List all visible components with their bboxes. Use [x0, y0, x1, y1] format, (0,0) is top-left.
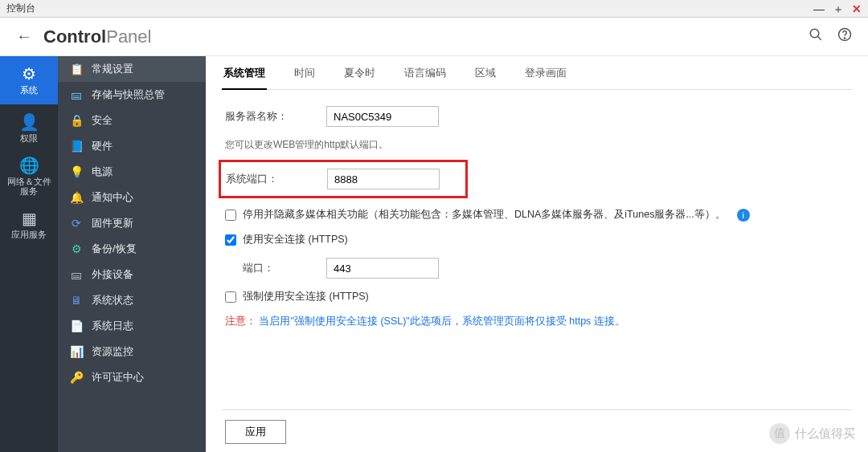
sidebar-icon: 🔑: [69, 370, 84, 385]
minimize-button[interactable]: —: [813, 3, 825, 14]
svg-point-0: [810, 29, 819, 38]
force-https-checkbox-row: 强制使用安全连接 (HTTPS): [225, 290, 849, 303]
nav-item-3[interactable]: ▦应用服务: [0, 201, 58, 249]
nav-icon: 👤: [19, 114, 39, 130]
sidebar-icon: 🔔: [69, 190, 84, 205]
sidebar-label: 硬件: [92, 139, 113, 153]
sidebar-item-10[interactable]: 📄系统日志: [58, 313, 206, 339]
highlighted-port-section: 系统端口：: [219, 160, 468, 198]
content-footer: 应用: [222, 409, 852, 444]
https-port-input[interactable]: [326, 258, 439, 279]
apply-button[interactable]: 应用: [225, 420, 286, 444]
tab-3[interactable]: 语言编码: [403, 66, 448, 89]
content-panel: 系统管理时间夏令时语言编码区域登录画面 服务器名称： 您可以更改WEB管理的ht…: [206, 56, 868, 452]
sidebar-label: 系统状态: [92, 293, 133, 307]
sidebar-icon: 💡: [69, 165, 84, 179]
sidebar-item-6[interactable]: ⟳固件更新: [58, 210, 206, 236]
sidebar-item-8[interactable]: 🖴外接设备: [58, 262, 206, 287]
https-checkbox[interactable]: [225, 234, 236, 246]
tab-bar: 系统管理时间夏令时语言编码区域登录画面: [222, 56, 852, 90]
svg-line-1: [817, 36, 821, 40]
server-name-row: 服务器名称：: [225, 106, 849, 127]
sidebar-icon: 📘: [69, 139, 84, 153]
settings-form: 服务器名称： 您可以更改WEB管理的http默认端口。 系统端口： 停用并隐藏多…: [222, 90, 852, 336]
notice-blue: 当启用"强制使用安全连接 (SSL)"此选项后，系统管理页面将仅接受 https…: [259, 316, 624, 327]
search-icon[interactable]: [809, 27, 823, 46]
sidebar-item-0[interactable]: 📋常规设置: [58, 56, 206, 82]
sidebar-icon: 🔒: [69, 113, 84, 128]
sidebar-item-2[interactable]: 🔒安全: [58, 108, 206, 133]
system-port-row: 系统端口：: [226, 169, 461, 189]
nav-label: 权限: [20, 133, 38, 143]
multimedia-checkbox[interactable]: [225, 210, 236, 221]
tab-5[interactable]: 登录画面: [523, 66, 568, 89]
nav-icon: 🌐: [19, 157, 39, 173]
notice-text: 注意： 当启用"强制使用安全连接 (SSL)"此选项后，系统管理页面将仅接受 h…: [225, 315, 849, 328]
secondary-sidebar: 📋常规设置🖴存储与快照总管🔒安全📘硬件💡电源🔔通知中心⟳固件更新⚙备份/恢复🖴外…: [58, 56, 206, 452]
sidebar-icon: 🖥: [69, 293, 84, 307]
brand-bold: Control: [43, 26, 106, 47]
close-button[interactable]: ✕: [852, 3, 862, 14]
nav-label: 网络＆文件 服务: [7, 177, 51, 196]
sidebar-item-12[interactable]: 🔑许可证中心: [58, 364, 206, 390]
sidebar-icon: ⚙: [69, 242, 84, 256]
sidebar-icon: 📊: [69, 344, 84, 359]
https-checkbox-row: 使用安全连接 (HTTPS): [225, 233, 849, 246]
sidebar-icon: 🖴: [69, 267, 84, 282]
force-https-checkbox[interactable]: [225, 291, 236, 303]
back-button[interactable]: ←: [16, 27, 32, 46]
window-title: 控制台: [6, 2, 35, 15]
sidebar-label: 许可证中心: [92, 370, 144, 385]
sidebar-item-3[interactable]: 📘硬件: [58, 133, 206, 159]
sidebar-label: 安全: [92, 113, 113, 128]
nav-item-2[interactable]: 🌐网络＆文件 服务: [0, 153, 58, 201]
sidebar-label: 通知中心: [92, 190, 133, 205]
tab-1[interactable]: 时间: [293, 66, 317, 89]
multimedia-checkbox-row: 停用并隐藏多媒体相关功能（相关功能包含：多媒体管理、DLNA多媒体服务器、及iT…: [225, 208, 849, 222]
nav-label: 应用服务: [11, 230, 47, 239]
info-icon[interactable]: i: [737, 209, 750, 222]
window-controls: — ＋ ✕: [813, 3, 862, 14]
sidebar-item-5[interactable]: 🔔通知中心: [58, 185, 206, 210]
tab-4[interactable]: 区域: [473, 66, 497, 89]
tab-2[interactable]: 夏令时: [342, 66, 377, 89]
sidebar-label: 外接设备: [92, 267, 133, 282]
sidebar-label: 电源: [92, 165, 113, 179]
notice-red: 注意：: [225, 316, 256, 327]
sidebar-label: 备份/恢复: [92, 242, 137, 256]
help-icon[interactable]: [837, 27, 852, 46]
sidebar-label: 系统日志: [92, 319, 133, 333]
https-port-row: 端口：: [225, 258, 849, 279]
force-https-checkbox-label: 强制使用安全连接 (HTTPS): [243, 290, 369, 303]
header-right: [809, 27, 852, 46]
sidebar-label: 常规设置: [92, 62, 133, 76]
app-header: ← ControlPanel: [0, 18, 868, 56]
sidebar-item-4[interactable]: 💡电源: [58, 159, 206, 185]
multimedia-checkbox-label: 停用并隐藏多媒体相关功能（相关功能包含：多媒体管理、DLNA多媒体服务器、及iT…: [243, 208, 726, 222]
brand-thin: Panel: [106, 26, 151, 47]
header-left: ← ControlPanel: [16, 26, 151, 47]
sidebar-label: 资源监控: [92, 344, 133, 359]
nav-icon: ⚙: [22, 66, 36, 82]
sidebar-item-1[interactable]: 🖴存储与快照总管: [58, 82, 206, 108]
system-port-input[interactable]: [327, 169, 440, 189]
sidebar-label: 固件更新: [92, 216, 133, 230]
http-hint: 您可以更改WEB管理的http默认端口。: [225, 138, 849, 152]
nav-icon: ▦: [22, 210, 37, 226]
https-port-label: 端口：: [243, 261, 326, 275]
nav-item-0[interactable]: ⚙系统: [0, 56, 58, 104]
maximize-button[interactable]: ＋: [833, 3, 844, 14]
sidebar-icon: 🖴: [69, 88, 84, 102]
server-name-input[interactable]: [326, 106, 439, 127]
main-area: ⚙系统👤权限🌐网络＆文件 服务▦应用服务 📋常规设置🖴存储与快照总管🔒安全📘硬件…: [0, 56, 868, 452]
server-name-label: 服务器名称：: [225, 109, 326, 124]
sidebar-item-9[interactable]: 🖥系统状态: [58, 287, 206, 313]
sidebar-item-7[interactable]: ⚙备份/恢复: [58, 236, 206, 262]
brand-title: ControlPanel: [43, 26, 151, 47]
nav-item-1[interactable]: 👤权限: [0, 104, 58, 153]
sidebar-icon: ⟳: [69, 216, 84, 230]
svg-point-3: [844, 38, 845, 39]
sidebar-item-11[interactable]: 📊资源监控: [58, 339, 206, 364]
tab-0[interactable]: 系统管理: [222, 66, 267, 90]
nav-label: 系统: [20, 85, 38, 95]
